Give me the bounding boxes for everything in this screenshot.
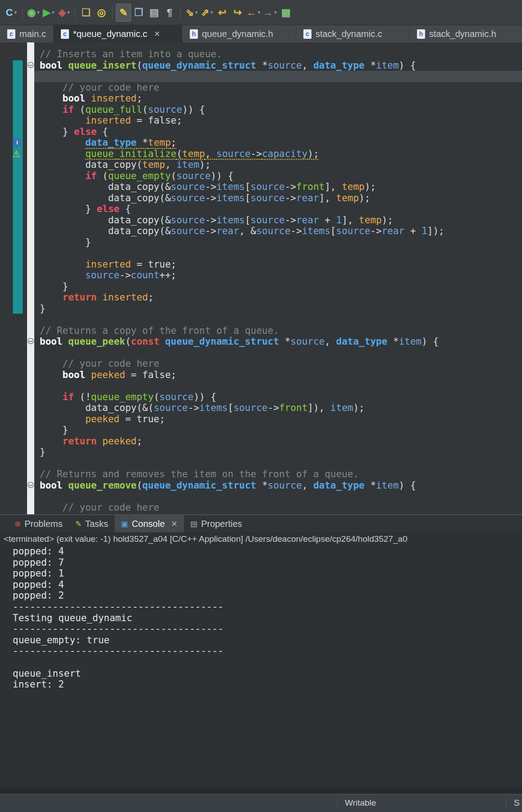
dropdown-arrow-icon[interactable]: ▾ (275, 9, 277, 15)
previous-annotation-button[interactable]: ⇗▾ (199, 4, 215, 22)
code-line[interactable]: inserted = true; (34, 259, 522, 270)
close-icon[interactable]: ✕ (154, 29, 160, 39)
code-line[interactable]: bool inserted; (34, 93, 522, 104)
console-line: popped: 1 (13, 568, 522, 579)
dropdown-arrow-icon[interactable]: ▾ (37, 9, 40, 15)
previous-annotation-icon: ⇗ (201, 8, 209, 18)
code-line[interactable]: data_copy(&source->items[source->front],… (34, 181, 522, 193)
code-line[interactable]: // your code here (34, 82, 522, 93)
back-button[interactable]: ←▾ (245, 4, 262, 22)
open-element-button[interactable]: ❏ (78, 4, 94, 22)
editor-tab[interactable]: hstack_dynamic.h (410, 25, 522, 42)
code-line[interactable]: // Inserts an item into a queue. (34, 49, 522, 60)
fold-collapse-icon[interactable]: − (27, 482, 34, 488)
editor-gutter[interactable] (27, 42, 34, 514)
view-tab-console[interactable]: ▣Console✕ (114, 515, 184, 532)
code-line[interactable] (34, 71, 522, 82)
editor-tab[interactable]: cmain.c (0, 25, 54, 42)
tab-label: Tasks (85, 519, 108, 529)
code-line[interactable]: } (34, 303, 522, 314)
editor-tab[interactable]: hqueue_dynamic.h (183, 25, 296, 42)
external-tools-button[interactable]: ◈▾ (56, 4, 72, 22)
code-line[interactable]: } (34, 237, 522, 248)
code-line[interactable]: data_copy(&source->rear, &source->items[… (34, 226, 522, 237)
code-line[interactable]: // Returns a copy of the front of a queu… (34, 325, 522, 337)
code-line[interactable]: bool queue_insert(queue_dynamic_struct *… (34, 60, 522, 71)
dropdown-arrow-icon[interactable]: ▾ (67, 9, 70, 15)
code-line[interactable] (34, 380, 522, 392)
last-edit-location-button[interactable]: ↩ (215, 4, 230, 22)
show-whitespace-button[interactable]: ¶ (162, 4, 177, 22)
editor-window-icon: ▦ (281, 8, 291, 18)
code-line[interactable]: data_type *temp; (34, 137, 522, 148)
code-line[interactable]: queue_initialize(temp, source->capacity)… (34, 148, 522, 160)
console-line: ------------------------------------- (13, 646, 522, 657)
dropdown-arrow-icon[interactable]: ▾ (258, 9, 261, 15)
code-line[interactable]: data_copy(&(source->items[source->front]… (34, 402, 522, 414)
code-line[interactable] (34, 458, 522, 469)
next-annotation-button[interactable]: ⇘▾ (184, 4, 199, 22)
code-line[interactable]: data_copy(&source->items[source->rear + … (34, 215, 522, 226)
view-tab-properties[interactable]: ▤Properties (184, 515, 248, 532)
code-line[interactable]: } else { (34, 126, 522, 138)
editor-tab[interactable]: cstack_dynamic.c (296, 25, 410, 42)
dropdown-arrow-icon[interactable]: ▾ (195, 9, 198, 15)
pencil-icon: ✎ (119, 8, 128, 18)
code-line[interactable]: bool queue_peek(const queue_dynamic_stru… (34, 336, 522, 347)
code-line[interactable]: } (34, 447, 522, 458)
code-line[interactable] (34, 347, 522, 359)
page-lines-icon: ▤ (150, 8, 159, 18)
code-line[interactable]: bool peeked = false; (34, 369, 522, 381)
code-line[interactable] (34, 314, 522, 325)
new-wizard-button[interactable]: ❐ (131, 4, 147, 22)
view-tab-tasks[interactable]: ✎Tasks (69, 515, 114, 532)
flashlight-icon: ◎ (97, 8, 105, 18)
editor-tab[interactable]: c*queue_dynamic.c✕ (54, 25, 183, 42)
code-line[interactable]: data_copy(&source->items[source->rear], … (34, 193, 522, 204)
dropdown-arrow-icon[interactable]: ▾ (14, 9, 17, 15)
debug-button[interactable]: ◉▾ (26, 4, 41, 22)
forward-button[interactable]: →▾ (262, 4, 279, 22)
code-line[interactable]: } (34, 424, 522, 436)
console-line: ------------------------------------- (13, 623, 522, 635)
code-line[interactable]: } (34, 281, 522, 292)
code-line[interactable]: peeked = true; (34, 414, 522, 425)
code-line[interactable] (34, 248, 522, 259)
console-panel[interactable]: ⊗Problems✎Tasks▣Console✕▤Properties <ter… (0, 514, 522, 794)
file-h-icon: h (190, 29, 198, 39)
pin-editor-button[interactable]: ▦ (278, 4, 293, 22)
view-tab-problems[interactable]: ⊗Problems (8, 515, 69, 532)
code-editor[interactable]: // Inserts an item into a queue.bool que… (0, 42, 522, 514)
dropdown-arrow-icon[interactable]: ▾ (211, 9, 213, 15)
code-line[interactable]: } else { (34, 203, 522, 215)
mark-occurrences-button[interactable]: ✎ (116, 4, 131, 22)
code-line[interactable]: if (!queue_empty(source)) { (34, 392, 522, 403)
code-line[interactable]: if (queue_empty(source)) { (34, 171, 522, 182)
code-line[interactable]: bool queue_remove(queue_dynamic_struct *… (34, 480, 522, 491)
code-line[interactable]: // your code here (34, 502, 522, 513)
code-line[interactable]: source->count++; (34, 270, 522, 281)
console-line: ------------------------------------- (13, 601, 522, 613)
close-icon[interactable]: ✕ (171, 519, 178, 529)
code-line[interactable] (34, 491, 522, 502)
dropdown-arrow-icon[interactable]: ▾ (52, 9, 55, 15)
tab-label: main.c (19, 29, 46, 39)
show-view-button[interactable]: ▤ (147, 4, 162, 22)
code-area[interactable]: // Inserts an item into a queue.bool que… (34, 49, 522, 513)
info-annotation-icon[interactable]: i (13, 138, 21, 147)
fold-collapse-icon[interactable]: − (27, 62, 34, 68)
code-line[interactable]: // Returns and removes the item on the f… (34, 469, 522, 480)
page-plus-icon: ❐ (134, 8, 143, 18)
search-button[interactable]: ◎ (94, 4, 109, 22)
code-line[interactable]: return inserted; (34, 292, 522, 303)
fold-collapse-icon[interactable]: − (27, 338, 34, 344)
code-line[interactable]: inserted = false; (34, 115, 522, 126)
run-button[interactable]: ▶▾ (41, 4, 56, 22)
code-line[interactable]: return peeked; (34, 436, 522, 447)
warning-annotation-icon[interactable]: ⚠ (12, 149, 20, 159)
next-edit-location-button[interactable]: ↪ (230, 4, 245, 22)
code-line[interactable]: // your code here (34, 358, 522, 369)
code-line[interactable]: data_copy(temp, item); (34, 159, 522, 171)
code-line[interactable]: if (queue_full(source)) { (34, 104, 522, 115)
new-c-project-button[interactable]: C▾ (4, 4, 19, 22)
